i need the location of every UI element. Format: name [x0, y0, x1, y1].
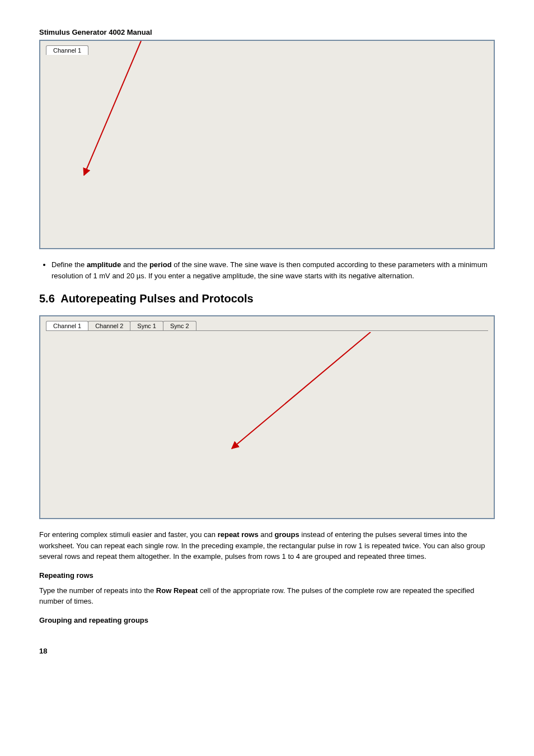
svg-text:00:00:00:400: 00:00:00:400 — [183, 495, 216, 501]
grouping-heading: Grouping and repeating groups — [39, 616, 495, 624]
column-header: Row rep — [319, 334, 345, 342]
svg-text:100: 100 — [68, 150, 78, 156]
table-row[interactable]: 6rectangularµAµsµAµsµAµs — [46, 384, 371, 393]
sine-chart: 200 100 0 -100 -200 µA 00:00:00:000 00:0… — [46, 125, 488, 242]
tab-sync-2[interactable]: Sync 2 — [163, 321, 196, 330]
column-header: Unit — [217, 58, 243, 67]
svg-text:00:00:00:600: 00:00:00:600 — [245, 495, 278, 501]
column-header: Unit — [261, 334, 275, 342]
table-row[interactable]: 2rectangularµAµsµAµsµAµs — [46, 75, 371, 83]
svg-text:00:00:00:000: 00:00:00:000 — [63, 495, 96, 501]
column-header: Unit — [142, 58, 168, 67]
svg-text:-100: -100 — [67, 464, 78, 470]
tab-channel-2[interactable]: Channel 2 — [88, 321, 130, 330]
column-header: time — [125, 334, 142, 342]
svg-text:-100: -100 — [67, 193, 78, 199]
svg-text:00:00:00:800: 00:00:00:800 — [306, 495, 339, 501]
column-header: value — [243, 58, 261, 67]
table-row[interactable]: 2ramp0µA200µA100ms — [46, 351, 371, 359]
table-row[interactable]: 4rectangularµAµsµAµsµAµs — [46, 92, 371, 100]
document-title: Stimulus Generator 4002 Manual — [39, 28, 495, 36]
svg-text:-200: -200 — [67, 214, 78, 221]
tab-channel-1[interactable]: Channel 1 — [46, 45, 88, 55]
column-header: Unit — [217, 334, 243, 342]
table-row[interactable]: 5rectangularµAµsµAµsµAµs — [46, 100, 371, 109]
column-header: time — [200, 334, 217, 342]
svg-text:00:00:00:020: 00:00:00:020 — [158, 226, 191, 232]
svg-text:µA: µA — [49, 442, 55, 449]
column-header: time — [275, 58, 292, 67]
svg-text:0: 0 — [73, 172, 76, 178]
group-repeat-circle-icon — [441, 342, 450, 350]
column-header: Pulse — [54, 334, 93, 342]
tab-channel-2[interactable]: Channel 2 — [88, 45, 130, 55]
column-header: Unit — [111, 334, 125, 342]
svg-text:-200: -200 — [67, 484, 78, 490]
repeating-rows-heading: Repeating rows — [39, 571, 495, 580]
table-row[interactable]: 3rectangular0µA40msµAµsµAµs — [46, 359, 371, 367]
repeating-rows-description: Type the number of repeats into the Row … — [39, 585, 495, 607]
column-header: value — [93, 58, 111, 67]
svg-text:200: 200 — [68, 128, 78, 134]
column-header: value — [168, 58, 186, 67]
section-number: 5.6 — [39, 292, 55, 305]
column-header: Pulse — [54, 58, 93, 67]
svg-text:200: 200 — [68, 404, 78, 410]
table-row[interactable]: 6rectangularµAµsµAµsµAµs — [46, 109, 371, 117]
tab-sync-2[interactable]: Sync 2 — [163, 45, 196, 55]
column-header: Unit — [186, 58, 200, 67]
svg-text:00:00:00:040: 00:00:00:040 — [253, 226, 286, 232]
svg-text:0: 0 — [73, 444, 76, 450]
column-header: value — [243, 334, 261, 342]
column-header: Group r — [345, 58, 371, 67]
svg-text:t (hh:mm:ss:zzz): t (hh:mm:ss:zzz) — [253, 233, 294, 239]
column-header: Unit — [186, 334, 200, 342]
page-number: 18 — [39, 647, 495, 655]
table-row[interactable]: 4sine200µA80ms — [46, 367, 371, 376]
svg-text:00:00:00:080: 00:00:00:080 — [443, 226, 476, 232]
channel-panel-2: Channel 1 Channel 2 Sync 1 Sync 2 Pulsev… — [39, 315, 495, 519]
column-header: Unit — [292, 334, 319, 342]
pulse-grid-1[interactable]: PulsevalueUnittimeUnitvalueUnittimeUnitv… — [46, 58, 371, 117]
svg-text:00:00:01:000: 00:00:01:000 — [368, 495, 401, 501]
channel-panel-1: Channel 1 Channel 2 Sync 1 Sync 2 Pulsev… — [39, 40, 495, 249]
pulse-grid-2[interactable]: PulsevalueUnittimeUnitvalueUnittimeUnitv… — [46, 333, 371, 393]
column-header: Unit — [142, 334, 168, 342]
section-title: Autorepeating Pulses and Protocols — [60, 292, 254, 305]
column-header: value — [93, 334, 111, 342]
autorepeat-chart: 200 100 0 -100 -200 µA 00:00:00:000 00:0… — [46, 400, 488, 512]
table-row[interactable]: 3rectangularµAµsµAµsµAµs — [46, 83, 371, 92]
column-header: Row rep — [319, 58, 345, 67]
column-header: value — [168, 334, 186, 342]
svg-text:00:00:00:060: 00:00:00:060 — [348, 226, 381, 232]
column-header: Unit — [292, 58, 319, 67]
tab-bar: Channel 1 Channel 2 Sync 1 Sync 2 — [46, 45, 488, 55]
column-header: Group r — [345, 334, 371, 342]
column-header: time — [275, 334, 292, 342]
table-row[interactable]: 1rectangular200µA20ms-200µA20ms0µA80ms23 — [46, 342, 371, 351]
table-row[interactable]: 1sine200µA80ms1 — [46, 67, 371, 75]
tab-sync-1[interactable]: Sync 1 — [130, 321, 163, 330]
sine-description: Define the amplitude and the period of t… — [51, 259, 495, 281]
svg-text:00:00:01:200: 00:00:01:200 — [429, 495, 462, 501]
column-header: time — [200, 58, 217, 67]
svg-text:100: 100 — [68, 423, 78, 430]
sine-bullet: Define the amplitude and the period of t… — [39, 259, 495, 281]
svg-text:µA: µA — [49, 170, 55, 177]
section-5-6-heading: 5.6 Autorepeating Pulses and Protocols — [39, 292, 495, 305]
svg-text:00:00:00:200: 00:00:00:200 — [121, 495, 154, 501]
tab-bar-2: Channel 1 Channel 2 Sync 1 Sync 2 — [46, 321, 488, 330]
column-header: Unit — [261, 58, 275, 67]
table-row[interactable]: 5rectangularµAµsµAµsµAµs — [46, 376, 371, 384]
tab-channel-1[interactable]: Channel 1 — [46, 321, 88, 330]
column-header: Unit — [111, 58, 125, 67]
svg-text:t (hh:mm:ss:zzz): t (hh:mm:ss:zzz) — [245, 503, 285, 509]
column-header: time — [125, 58, 142, 67]
tab-sync-1[interactable]: Sync 1 — [130, 45, 163, 55]
autorepeat-description: For entering complex stimuli easier and … — [39, 529, 495, 562]
svg-text:00:00:00:000: 00:00:00:000 — [63, 226, 96, 232]
